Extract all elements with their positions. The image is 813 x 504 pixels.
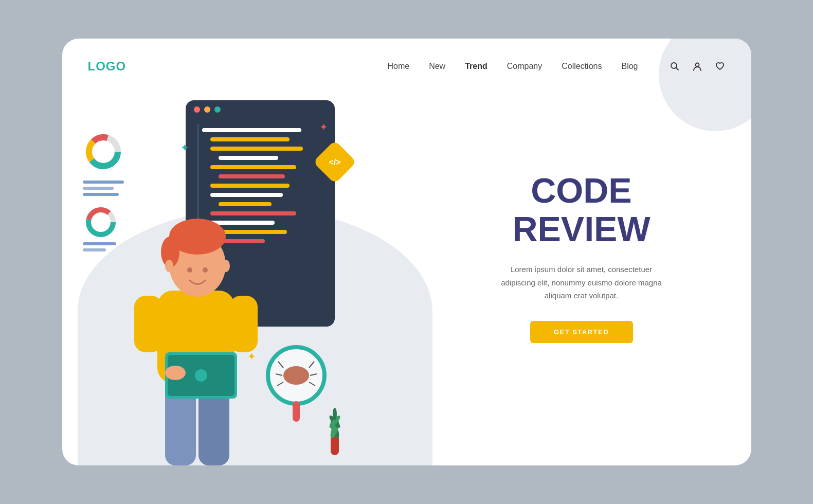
- code-tag-icon: </>: [314, 141, 355, 183]
- svg-point-21: [203, 267, 208, 273]
- svg-point-44: [333, 408, 337, 420]
- svg-rect-38: [293, 401, 300, 422]
- hero-title: CODE REVIEW: [443, 171, 720, 248]
- nav-link-new[interactable]: New: [429, 62, 445, 70]
- chart-bars-2: [83, 242, 124, 251]
- nav-link-home[interactable]: Home: [387, 62, 409, 70]
- nav-link-company[interactable]: Company: [507, 62, 542, 70]
- logo[interactable]: LOGO: [88, 59, 127, 74]
- nav-link-blog[interactable]: Blog: [621, 62, 638, 70]
- get-started-button[interactable]: GET STARTED: [530, 321, 633, 343]
- nav-link-trend[interactable]: Trend: [465, 62, 487, 70]
- hero-description: Lorem ipsum dolor sit amet, consectetuer…: [499, 263, 664, 302]
- nav-item-company[interactable]: Company: [507, 62, 542, 71]
- donut-chart-2: [83, 204, 119, 240]
- sparkle-red-1: ✦: [319, 121, 328, 133]
- search-icon[interactable]: [669, 61, 680, 72]
- plant-illustration: [319, 404, 350, 455]
- svg-point-23: [222, 260, 230, 272]
- navbar: LOGO Home New Trend Company Collections …: [62, 39, 751, 80]
- person-illustration: [124, 177, 268, 465]
- svg-rect-15: [134, 296, 162, 352]
- code-panel-header: [186, 100, 335, 119]
- sparkle-yellow-1: ✦: [247, 350, 256, 363]
- svg-point-22: [165, 260, 173, 272]
- svg-line-1: [676, 68, 678, 70]
- user-icon[interactable]: [692, 61, 703, 72]
- nav-link-collections[interactable]: Collections: [562, 62, 602, 70]
- main-card: LOGO Home New Trend Company Collections …: [62, 39, 751, 465]
- hero-title-line1: CODE: [531, 171, 631, 210]
- dot-orange: [204, 106, 210, 113]
- svg-point-26: [195, 369, 207, 382]
- svg-point-2: [695, 63, 699, 67]
- nav-item-home[interactable]: Home: [387, 62, 409, 71]
- hero-title-line2: REVIEW: [512, 209, 650, 248]
- dot-teal: [214, 106, 221, 113]
- svg-text:</>: </>: [329, 158, 340, 167]
- nav-links: Home New Trend Company Collections Blog: [387, 62, 638, 71]
- chart-area: [83, 131, 124, 260]
- sparkle-teal-1: ✦: [180, 141, 189, 154]
- main-content: </> ✦ ✦ ✦: [62, 80, 751, 465]
- svg-point-29: [283, 366, 309, 385]
- svg-point-27: [165, 366, 186, 380]
- nav-icons: [669, 61, 726, 72]
- right-content: CODE REVIEW Lorem ipsum dolor sit amet, …: [422, 80, 751, 465]
- svg-point-20: [187, 267, 192, 273]
- nav-item-trend[interactable]: Trend: [465, 62, 487, 71]
- nav-item-blog[interactable]: Blog: [621, 62, 638, 71]
- illustration-area: </> ✦ ✦ ✦: [62, 80, 422, 465]
- nav-item-collections[interactable]: Collections: [562, 62, 602, 71]
- dot-red: [194, 106, 200, 113]
- donut-chart-1: [83, 131, 124, 172]
- svg-rect-16: [229, 296, 258, 352]
- heart-icon[interactable]: [714, 61, 726, 72]
- nav-item-new[interactable]: New: [429, 62, 445, 71]
- chart-bars-1: [83, 181, 124, 196]
